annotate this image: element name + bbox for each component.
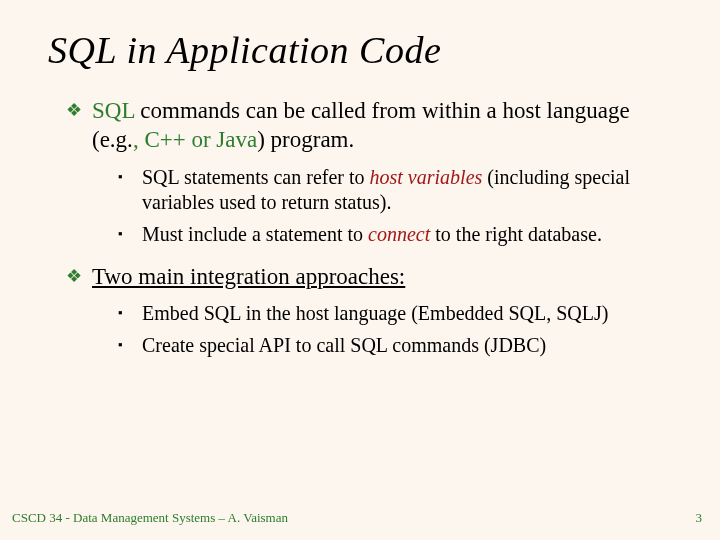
bullet-text: SQL commands can be called from within a… xyxy=(92,96,672,155)
diamond-bullet-icon: ❖ xyxy=(66,262,92,291)
bullet-text: Embed SQL in the host language (Embedded… xyxy=(142,301,672,327)
text-part: ) program. xyxy=(257,127,354,152)
square-bullet-icon: ▪ xyxy=(118,165,142,216)
inline-langs: , C++ or Java xyxy=(133,127,257,152)
bullet-text: Create special API to call SQL commands … xyxy=(142,333,672,359)
square-bullet-icon: ▪ xyxy=(118,301,142,327)
square-bullet-icon: ▪ xyxy=(118,222,142,248)
emphasis: host variables xyxy=(370,166,483,188)
text-part: SQL statements can refer to xyxy=(142,166,370,188)
slide: SQL in Application Code ❖ SQL commands c… xyxy=(0,0,720,540)
bullet-text: Two main integration approaches: xyxy=(92,262,672,291)
bullet-text: SQL statements can refer to host variabl… xyxy=(142,165,672,216)
text-part: Must include a statement to xyxy=(142,223,368,245)
bullet-level1: ❖ Two main integration approaches: xyxy=(66,262,672,291)
footer-text: CSCD 34 - Data Management Systems – A. V… xyxy=(12,510,288,526)
inline-sql: SQL xyxy=(92,98,135,123)
bullet-level2: ▪ Create special API to call SQL command… xyxy=(118,333,672,359)
square-bullet-icon: ▪ xyxy=(118,333,142,359)
bullet-level1: ❖ SQL commands can be called from within… xyxy=(66,96,672,155)
diamond-bullet-icon: ❖ xyxy=(66,96,92,155)
bullet-text: Must include a statement to connect to t… xyxy=(142,222,672,248)
text-part: to the right database. xyxy=(430,223,602,245)
page-number: 3 xyxy=(696,510,703,526)
bullet-level2: ▪ Must include a statement to connect to… xyxy=(118,222,672,248)
emphasis: connect xyxy=(368,223,430,245)
bullet-level2: ▪ Embed SQL in the host language (Embedd… xyxy=(118,301,672,327)
bullet-level2: ▪ SQL statements can refer to host varia… xyxy=(118,165,672,216)
slide-title: SQL in Application Code xyxy=(48,28,672,72)
